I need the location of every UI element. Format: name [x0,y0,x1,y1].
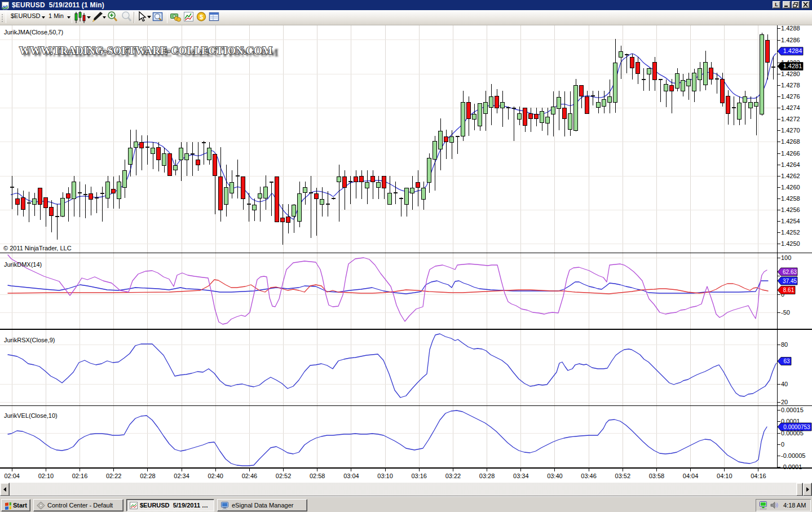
svg-text:WWW.TRADING-SOFTWARE-COLLECTIO: WWW.TRADING-SOFTWARE-COLLECTION.COM [19,45,272,56]
svg-text:02:04: 02:04 [4,473,20,479]
svg-text:1.4274: 1.4274 [781,104,800,111]
svg-text:JurikJMA(Close,50,7): JurikJMA(Close,50,7) [4,29,63,36]
svg-text:-0.00005: -0.00005 [781,452,805,459]
svg-text:04:04: 04:04 [683,473,699,479]
svg-text:03:52: 03:52 [615,473,631,479]
svg-text:03:46: 03:46 [581,473,597,479]
svg-text:1.4250: 1.4250 [781,240,800,247]
svg-text:100: 100 [781,254,791,261]
svg-text:1.4286: 1.4286 [781,37,800,43]
svg-text:1.4256: 1.4256 [781,206,800,213]
svg-text:80: 80 [781,341,788,348]
svg-text:62.63: 62.63 [783,269,797,275]
svg-text:03:40: 03:40 [547,473,563,479]
svg-text:1.4254: 1.4254 [781,218,800,224]
svg-text:03:10: 03:10 [377,473,393,479]
svg-text:03:34: 03:34 [513,473,529,479]
svg-text:JurikVEL(Close,10): JurikVEL(Close,10) [4,412,58,419]
svg-text:04:16: 04:16 [751,473,766,479]
svg-text:02:52: 02:52 [276,473,292,479]
svg-text:20: 20 [781,399,788,405]
svg-text:1.4262: 1.4262 [781,173,800,179]
svg-text:© 2011 NinjaTrader, LLC: © 2011 NinjaTrader, LLC [3,245,72,251]
svg-text:1.4266: 1.4266 [781,150,800,157]
svg-text:40: 40 [781,381,788,387]
svg-text:-50: -50 [781,309,790,316]
svg-text:1.4270: 1.4270 [781,127,800,134]
svg-text:JurikRSX(Close,9): JurikRSX(Close,9) [4,337,55,343]
svg-text:03:28: 03:28 [479,473,495,479]
svg-text:37.45: 37.45 [783,278,797,284]
svg-text:03:22: 03:22 [445,473,461,479]
svg-text:1.4264: 1.4264 [781,161,800,168]
svg-text:02:22: 02:22 [106,473,122,479]
svg-text:02:16: 02:16 [72,473,88,479]
svg-text:04:10: 04:10 [717,473,732,479]
svg-text:03:16: 03:16 [411,473,427,479]
svg-text:02:28: 02:28 [140,473,156,479]
svg-text:63: 63 [783,358,790,364]
svg-text:1.4258: 1.4258 [781,195,800,202]
svg-text:0: 0 [781,441,784,448]
svg-text:02:10: 02:10 [38,473,54,479]
svg-text:1.4260: 1.4260 [781,184,800,191]
svg-text:JurikDMX(14): JurikDMX(14) [4,261,42,268]
svg-text:03:58: 03:58 [649,473,665,479]
svg-text:02:40: 02:40 [208,473,223,479]
svg-text:8.61: 8.61 [783,287,795,293]
svg-text:1.4281: 1.4281 [783,63,802,69]
svg-text:1.4278: 1.4278 [781,82,800,89]
svg-text:1.4280: 1.4280 [781,70,800,77]
svg-text:1.4272: 1.4272 [781,116,800,122]
svg-text:1.4276: 1.4276 [781,93,800,100]
svg-text:-0.0001: -0.0001 [781,464,802,470]
svg-text:0.00015: 0.00015 [781,407,804,413]
svg-text:$: $ [200,14,203,20]
svg-text:0.0000753: 0.0000753 [783,424,810,430]
svg-text:02:46: 02:46 [242,473,258,479]
svg-text:02:34: 02:34 [174,473,189,479]
svg-text:1.4252: 1.4252 [781,229,800,236]
svg-text:1.4284: 1.4284 [783,47,802,54]
svg-text:1.4268: 1.4268 [781,138,800,145]
svg-text:1.4288: 1.4288 [781,25,800,32]
svg-text:03:04: 03:04 [343,473,359,479]
svg-text:02:58: 02:58 [310,473,325,479]
